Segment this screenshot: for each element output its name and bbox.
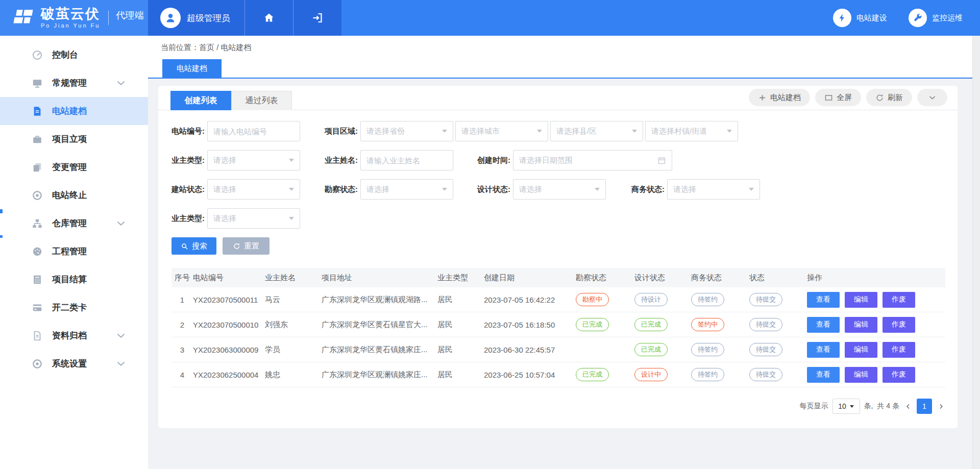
sidebar-item-data-archive[interactable]: 资料归档 bbox=[0, 322, 148, 350]
edit-button[interactable]: 编辑 bbox=[845, 342, 877, 358]
copy-icon bbox=[32, 162, 43, 173]
survey-status-label: 勘察状态: bbox=[325, 185, 360, 194]
sidebar-item-station-archive[interactable]: 电站建档 bbox=[0, 97, 148, 125]
station-code: YX2023070500010 bbox=[193, 320, 265, 329]
select-placeholder: 请选择 bbox=[366, 185, 389, 194]
breadcrumb-prefix: 当前位置： bbox=[161, 43, 199, 52]
app: 破茧云伏 Po Jian Yun Fu 代理端 超级管理员 电站建 bbox=[0, 0, 980, 469]
next-page-button[interactable] bbox=[936, 402, 945, 411]
sidebar-item-system-settings[interactable]: 系统设置 bbox=[0, 350, 148, 378]
station-code-controls bbox=[207, 121, 300, 141]
survey-status-select[interactable]: 请选择 bbox=[360, 179, 453, 200]
sidebar-item-second-class-card[interactable]: 开二类卡 bbox=[0, 293, 148, 322]
tab-passed-list[interactable]: 通过列表 bbox=[231, 91, 292, 110]
tab-create-list[interactable]: 创建列表 bbox=[170, 91, 231, 110]
void-button[interactable]: 作废 bbox=[883, 367, 915, 383]
nav-station-construction[interactable]: 电站建设 bbox=[833, 9, 887, 27]
fullscreen-button[interactable]: 全屏 bbox=[815, 89, 861, 106]
province-select[interactable]: 请选择省份 bbox=[360, 121, 453, 141]
table-body: 1YX2023070500011马云广东深圳龙华区观澜镇观湖路...居民2023… bbox=[172, 287, 945, 387]
dashboard-icon bbox=[32, 50, 43, 61]
page-size-label: 每页显示 bbox=[800, 402, 828, 411]
view-button[interactable]: 查看 bbox=[807, 292, 840, 308]
owner-name: 马云 bbox=[265, 295, 322, 305]
prev-page-button[interactable] bbox=[903, 402, 913, 411]
total-count-label: 共 4 条 bbox=[877, 402, 899, 411]
reset-button[interactable]: 重置 bbox=[223, 237, 270, 255]
owner-type-select[interactable]: 请选择 bbox=[207, 150, 300, 170]
owner-name: 姚忠 bbox=[265, 370, 322, 380]
status-badge: 待签约 bbox=[691, 343, 724, 356]
edit-button[interactable]: 编辑 bbox=[845, 367, 877, 383]
monitor-icon bbox=[32, 78, 43, 89]
owner-name: 刘强东 bbox=[265, 320, 322, 330]
owner-name: 学员 bbox=[265, 345, 322, 355]
toolbar-button-label: 电站建档 bbox=[770, 93, 801, 103]
nav-monitoring-ops[interactable]: 监控运维 bbox=[909, 9, 963, 27]
sidebar-item-warehouse-management[interactable]: 仓库管理 bbox=[0, 209, 148, 237]
owner-type-select-2[interactable]: 请选择 bbox=[207, 208, 300, 229]
status-cell: 待提交 bbox=[749, 368, 807, 381]
daterange-placeholder: 请选择日期范围 bbox=[519, 156, 573, 165]
owner-type-2-controls: 请选择 bbox=[207, 208, 300, 229]
search-button[interactable]: 搜索 bbox=[172, 237, 216, 255]
avatar bbox=[160, 8, 181, 28]
view-button[interactable]: 查看 bbox=[807, 317, 840, 333]
void-button[interactable]: 作废 bbox=[883, 317, 915, 333]
select-placeholder: 请选择城市 bbox=[461, 127, 500, 136]
edit-button[interactable]: 编辑 bbox=[845, 292, 877, 308]
sidebar-item-console[interactable]: 控制台 bbox=[0, 41, 148, 69]
panel-toolbar: 电站建档全屏刷新 bbox=[749, 89, 947, 106]
business-status-select[interactable]: 请选择 bbox=[667, 179, 760, 200]
page-number-button[interactable]: 1 bbox=[917, 399, 932, 414]
created-date: 2023-07-05 16:18:50 bbox=[484, 320, 576, 329]
city-select[interactable]: 请选择城市 bbox=[455, 121, 548, 141]
page-scrollbar[interactable] bbox=[972, 36, 980, 469]
logout-button[interactable] bbox=[293, 0, 341, 36]
status-badge: 待提交 bbox=[749, 343, 782, 356]
sidebar-item-general-management[interactable]: 常规管理 bbox=[0, 69, 148, 97]
sidebar-item-station-termination[interactable]: 电站终止 bbox=[0, 181, 148, 209]
circle-dot-icon bbox=[32, 190, 43, 201]
void-button[interactable]: 作废 bbox=[883, 292, 915, 308]
status-cell: 待提交 bbox=[749, 293, 807, 306]
search-icon bbox=[181, 242, 188, 250]
add-station-button[interactable]: 电站建档 bbox=[749, 89, 810, 106]
status-badge: 待提交 bbox=[749, 293, 782, 306]
breadcrumb-path[interactable]: 首页 / 电站建档 bbox=[199, 43, 252, 52]
sidebar-item-project-settlement[interactable]: 项目结算 bbox=[0, 265, 148, 293]
collapse-button[interactable] bbox=[917, 89, 947, 106]
page-size-select[interactable]: 10 bbox=[832, 399, 860, 414]
owner-type: 居民 bbox=[437, 320, 484, 330]
sidebar-item-project-initiation[interactable]: 项目立项 bbox=[0, 125, 148, 153]
user-menu[interactable]: 超级管理员 bbox=[148, 0, 244, 36]
table-row: 3YX2023063000009学员广东深圳龙华区黄石镇姚家庄...居民2023… bbox=[172, 337, 945, 362]
home-icon bbox=[263, 12, 275, 24]
chevron-down-icon bbox=[115, 358, 127, 369]
page-tab-station-archive[interactable]: 电站建档 bbox=[162, 59, 222, 78]
sidebar-item-engineering-management[interactable]: 工程管理 bbox=[0, 237, 148, 265]
header-nav: 电站建设监控运维 bbox=[833, 0, 963, 36]
station-code-input[interactable] bbox=[207, 121, 300, 141]
reset-icon bbox=[233, 242, 240, 250]
void-button[interactable]: 作废 bbox=[883, 342, 915, 358]
page-size-value: 10 bbox=[838, 402, 846, 410]
status-cell: 待提交 bbox=[749, 343, 807, 356]
owner-name-controls bbox=[360, 150, 453, 170]
date-range-input[interactable]: 请选择日期范围 bbox=[513, 150, 672, 170]
edit-button[interactable]: 编辑 bbox=[845, 317, 877, 333]
home-button[interactable] bbox=[244, 0, 293, 36]
status-badge: 勘察中 bbox=[576, 293, 609, 306]
refresh-button[interactable]: 刷新 bbox=[866, 89, 912, 106]
gauge-icon bbox=[32, 246, 43, 257]
breadcrumb: 当前位置：首页 / 电站建档 bbox=[148, 36, 980, 59]
owner-name-input[interactable] bbox=[360, 150, 453, 170]
design-status-select[interactable]: 请选择 bbox=[513, 179, 606, 200]
build-status-select[interactable]: 请选择 bbox=[207, 179, 300, 200]
view-button[interactable]: 查看 bbox=[807, 342, 840, 358]
calendar-icon bbox=[657, 156, 666, 165]
town-select[interactable]: 请选择村镇/街道 bbox=[645, 121, 738, 141]
sidebar-item-change-management[interactable]: 变更管理 bbox=[0, 153, 148, 181]
county-select[interactable]: 请选择县/区 bbox=[550, 121, 643, 141]
view-button[interactable]: 查看 bbox=[807, 367, 840, 383]
